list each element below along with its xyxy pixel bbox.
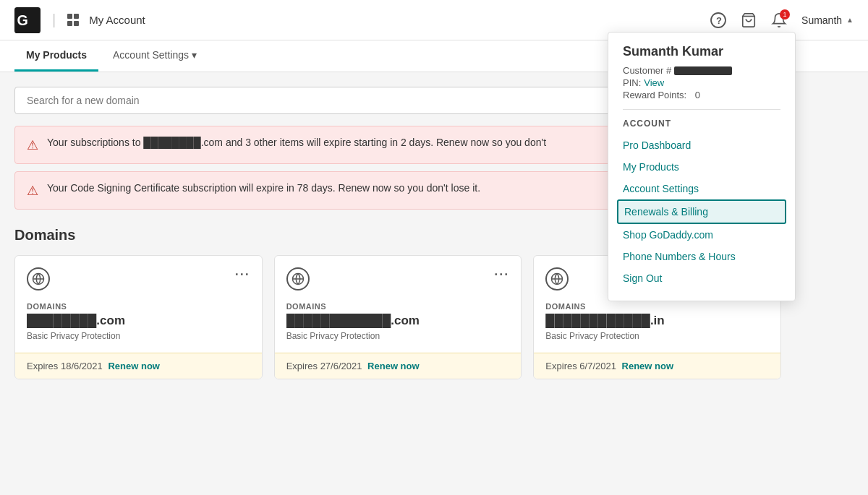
globe-icon-1 <box>27 267 50 290</box>
warning-icon-2: ⚠ <box>27 183 38 199</box>
more-options-icon-1[interactable]: ··· <box>235 267 250 283</box>
domain-privacy-1: Basic Privacy Protection <box>27 331 250 341</box>
domain-card-footer-1: Expires 18/6/2021 Renew now <box>15 353 262 379</box>
dropdown-item-shop-godaddy-com[interactable]: Shop GoDaddy.com <box>623 224 780 246</box>
dropdown-account-label: ACCOUNT <box>623 119 780 129</box>
domain-privacy-3: Basic Privacy Protection <box>545 331 769 341</box>
tab-my-products[interactable]: My Products <box>14 40 98 72</box>
domain-name-2: ████████████.com <box>286 314 510 328</box>
domain-label-1: DOMAINS <box>27 302 250 311</box>
renew-link-3[interactable]: Renew now <box>622 361 674 371</box>
dropdown-item-phone-numbers---hours[interactable]: Phone Numbers & Hours <box>623 246 780 267</box>
chevron-up-icon: ▲ <box>846 16 854 24</box>
customer-label: Customer # <box>623 65 671 76</box>
cart-button[interactable] <box>741 12 757 28</box>
dropdown-item-my-products[interactable]: My Products <box>623 156 780 178</box>
tab-account-settings[interactable]: Account Settings ▾ <box>101 40 208 72</box>
domain-expiry-3: Expires 6/7/2021 <box>545 361 616 371</box>
customer-number-redacted <box>674 66 732 75</box>
dropdown-item-renewals---billing[interactable]: Renewals & Billing <box>617 199 786 224</box>
globe-icon-2 <box>286 267 310 290</box>
domain-name-1: ████████.com <box>27 314 250 328</box>
alert-text-1: Your subscriptions to ████████.com and 3… <box>47 137 546 148</box>
alert-text-2: Your Code Signing Certificate subscripti… <box>47 182 480 194</box>
dropdown-user-name: Sumanth Kumar <box>623 44 780 59</box>
chevron-down-icon: ▾ <box>192 49 197 61</box>
notifications-button[interactable]: 1 <box>771 12 787 28</box>
domain-card-1: ··· DOMAINS ████████.com Basic Privacy P… <box>14 255 263 379</box>
grid-icon[interactable] <box>67 14 80 27</box>
domain-label-2: DOMAINS <box>286 302 510 311</box>
renew-link-2[interactable]: Renew now <box>367 361 420 371</box>
pin-view-link[interactable]: View <box>644 77 664 88</box>
domain-card-footer-3: Expires 6/7/2021 Renew now <box>534 353 780 379</box>
user-menu-button[interactable]: Sumanth ▲ <box>801 14 854 26</box>
renew-link-1[interactable]: Renew now <box>108 361 160 371</box>
more-options-icon-2[interactable]: ··· <box>494 267 509 283</box>
help-button[interactable]: ? <box>710 12 726 28</box>
godaddy-logo-icon: G <box>14 7 41 33</box>
dropdown-customer-row: Customer # <box>623 65 780 76</box>
svg-text:G: G <box>17 12 28 28</box>
my-account-label: My Account <box>89 14 145 26</box>
domain-privacy-2: Basic Privacy Protection <box>286 331 510 341</box>
notification-badge: 1 <box>780 9 790 20</box>
user-name-label: Sumanth <box>801 14 842 26</box>
dropdown-divider <box>623 109 780 110</box>
domain-card-footer-2: Expires 27/6/2021 Renew now <box>275 353 522 379</box>
domain-label-3: DOMAINS <box>545 302 769 311</box>
dropdown-pin-row: PIN: View <box>623 77 780 88</box>
pin-label: PIN: <box>623 77 641 88</box>
header-left: G | My Account <box>14 7 145 33</box>
godaddy-logo: G <box>14 7 41 33</box>
warning-icon-1: ⚠ <box>27 137 38 153</box>
domain-expiry-1: Expires 18/6/2021 <box>27 361 103 371</box>
dropdown-item-account-settings[interactable]: Account Settings <box>623 178 780 199</box>
user-dropdown-menu: Sumanth Kumar Customer # PIN: View Rewar… <box>608 32 796 301</box>
dropdown-reward-row: Reward Points: 0 <box>623 90 780 100</box>
dropdown-items-container: Pro DashboardMy ProductsAccount Settings… <box>623 134 780 289</box>
header-divider: | <box>52 12 56 28</box>
globe-icon-3 <box>545 267 569 290</box>
domain-card-2: ··· DOMAINS ████████████.com Basic Priva… <box>274 255 522 379</box>
domain-name-3: ████████████.in <box>545 314 769 328</box>
dropdown-item-sign-out[interactable]: Sign Out <box>623 267 780 289</box>
domain-expiry-2: Expires 27/6/2021 <box>286 361 362 371</box>
reward-label: Reward Points: <box>623 90 686 100</box>
reward-points: 0 <box>695 90 700 100</box>
header-right: ? 1 Sumanth ▲ <box>710 12 854 28</box>
svg-text:?: ? <box>716 15 722 26</box>
dropdown-item-pro-dashboard[interactable]: Pro Dashboard <box>623 134 780 156</box>
